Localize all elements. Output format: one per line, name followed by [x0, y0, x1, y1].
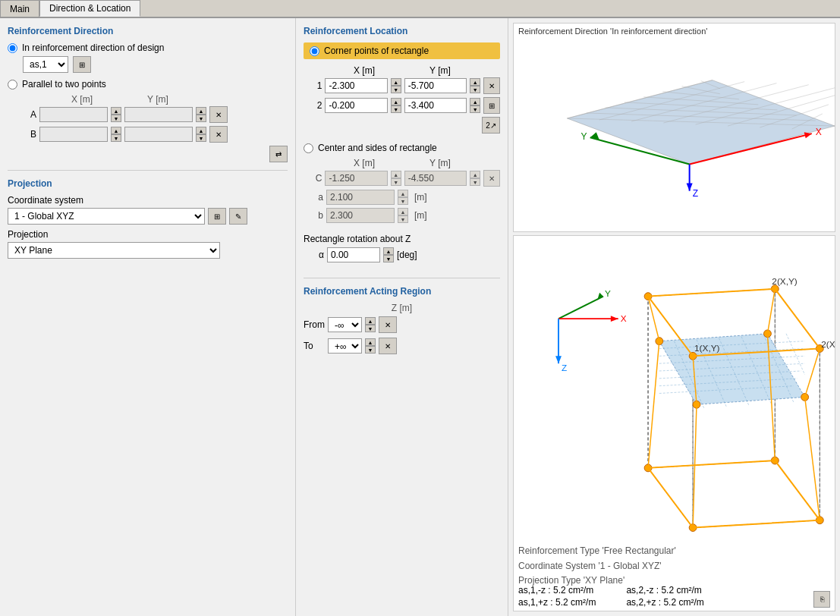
radio-in-reinforcement-direction[interactable] [8, 43, 17, 53]
pt2-y-up[interactable]: ▲ [470, 98, 480, 105]
radio-corner-points[interactable] [310, 46, 319, 56]
b-up[interactable]: ▲ [398, 208, 408, 215]
pt1-x-input[interactable]: -2.300 [325, 78, 387, 93]
tab-main[interactable]: Main [0, 0, 39, 17]
svg-text:2(X,Y): 2(X,Y) [772, 276, 798, 287]
cx-input[interactable]: -1.250 [325, 171, 387, 186]
pt1-y-input[interactable]: -5.700 [404, 78, 467, 93]
pt1-label: 1 [311, 80, 322, 91]
coord-sys-label: Coordinate system [8, 195, 288, 206]
a-x-input[interactable] [39, 107, 108, 122]
b-pick-btn[interactable]: ✕ [209, 126, 228, 143]
to-down[interactable]: ▼ [365, 346, 376, 354]
corner-extra-btn[interactable]: 2↗ [482, 117, 500, 134]
to-select[interactable]: +∞ [328, 338, 362, 354]
a-x-down[interactable]: ▼ [111, 115, 121, 122]
pt2-y-down[interactable]: ▼ [470, 105, 480, 113]
copy-image-btn[interactable]: ⎘ [813, 591, 830, 608]
to-up[interactable]: ▲ [365, 338, 376, 346]
row-b-label: B [23, 129, 36, 140]
tab-direction-location[interactable]: Direction & Location [39, 0, 140, 17]
rot-label: Rectangle rotation about Z [304, 234, 500, 244]
b-x-input[interactable] [39, 127, 108, 142]
a-x-up[interactable]: ▲ [111, 107, 121, 115]
coord-sys-select[interactable]: 1 - Global XYZ [8, 208, 205, 225]
pt2-x-up[interactable]: ▲ [391, 98, 401, 105]
val-a2z-label: as,2,-z : [626, 585, 659, 596]
pt2-x-input[interactable]: -0.200 [325, 98, 387, 113]
c-pick-btn[interactable]: ✕ [483, 170, 500, 187]
radio-center-sides[interactable] [304, 143, 313, 153]
pt2-label: 2 [311, 100, 322, 111]
a-y-down[interactable]: ▼ [196, 115, 206, 122]
from-label: From [304, 319, 325, 330]
svg-line-78 [805, 398, 820, 520]
from-up[interactable]: ▲ [365, 317, 376, 325]
projection-title: Projection [8, 178, 288, 189]
svg-text:Z: Z [693, 188, 698, 199]
svg-text:2(X,Y): 2(X,Y) [821, 339, 835, 350]
radio-parallel-two-points-label: Parallel to two points [22, 79, 106, 90]
b-y-input[interactable] [124, 127, 193, 142]
cx-header: X [m] [326, 158, 402, 168]
radio-parallel-two-points[interactable] [8, 80, 17, 90]
pt1-x-down[interactable]: ▼ [391, 86, 401, 93]
cy-input[interactable]: -4.550 [404, 171, 467, 186]
svg-text:X: X [621, 313, 627, 324]
b-down[interactable]: ▼ [398, 215, 408, 223]
from-select[interactable]: -∞ [328, 317, 362, 332]
cy-up[interactable]: ▲ [470, 171, 480, 178]
coord-sys-btn1[interactable]: ⊞ [208, 208, 226, 225]
a-down[interactable]: ▼ [398, 197, 408, 205]
cy-down[interactable]: ▼ [470, 178, 480, 186]
pt1-pick-btn[interactable]: ✕ [483, 77, 500, 94]
x-header-left: X [m] [44, 94, 120, 105]
projection-select[interactable]: XY Plane [8, 242, 220, 259]
b-x-up[interactable]: ▲ [111, 127, 121, 134]
top-viz: Reinforcement Direction 'In reinforcemen… [513, 23, 835, 232]
b-y-down[interactable]: ▼ [196, 134, 206, 142]
a-up[interactable]: ▲ [398, 190, 408, 197]
b-input[interactable]: 2.300 [326, 208, 395, 223]
svg-line-75 [648, 341, 659, 468]
cx-down[interactable]: ▼ [391, 178, 401, 186]
bottom-info-line2: Coordinate System '1 - Global XYZ' [518, 559, 676, 574]
pt1-y-up[interactable]: ▲ [470, 78, 480, 86]
swap-icon-btn[interactable]: ⇄ [269, 146, 288, 162]
a-pick-btn[interactable]: ✕ [209, 106, 228, 123]
b-x-down[interactable]: ▼ [111, 134, 121, 142]
alpha-down[interactable]: ▼ [383, 255, 394, 262]
cx-up[interactable]: ▲ [391, 171, 401, 178]
pt2-pick-btn[interactable]: ⊞ [483, 97, 500, 114]
pt1-x-up[interactable]: ▲ [391, 78, 401, 86]
a-y-up[interactable]: ▲ [196, 107, 206, 115]
svg-text:X: X [816, 127, 822, 137]
right-panel: Reinforcement Direction 'In reinforcemen… [508, 18, 840, 616]
from-down[interactable]: ▼ [365, 325, 376, 332]
b-y-up[interactable]: ▲ [196, 127, 206, 134]
to-pick-btn[interactable]: ✕ [379, 338, 397, 354]
alpha-up[interactable]: ▲ [383, 247, 394, 255]
b-unit: [m] [414, 210, 427, 221]
a-y-input[interactable] [124, 107, 193, 122]
to-label: To [304, 341, 325, 351]
coord-sys-btn2[interactable]: ✎ [229, 208, 247, 225]
val-a2z: 5.2 cm²/m [661, 585, 701, 596]
from-pick-btn[interactable]: ✕ [379, 316, 397, 333]
a-input[interactable]: 2.100 [326, 190, 395, 205]
svg-marker-33 [555, 357, 562, 364]
c-label: C [311, 173, 322, 184]
alpha-input[interactable]: 0.00 [327, 247, 380, 262]
pt1-y-down[interactable]: ▼ [470, 86, 480, 93]
acting-region-title: Reinforcement Acting Region [304, 286, 500, 297]
pt2-x-down[interactable]: ▼ [391, 105, 401, 113]
val-a1z: 5.2 cm²/m [553, 585, 593, 596]
radio-corner-label: Corner points of rectangle [324, 46, 429, 56]
as1-dropdown[interactable]: as,1 [23, 56, 68, 73]
corner-radio-highlighted: Corner points of rectangle [304, 42, 500, 59]
bottom-viz-info: Reinforcement Type 'Free Rectangular' Co… [518, 544, 676, 588]
as1-icon-btn[interactable]: ⊞ [73, 56, 91, 73]
alpha-unit: [deg] [397, 250, 417, 260]
pt2-y-input[interactable]: -3.400 [404, 98, 467, 113]
tab-bar: Main Direction & Location [0, 0, 840, 18]
